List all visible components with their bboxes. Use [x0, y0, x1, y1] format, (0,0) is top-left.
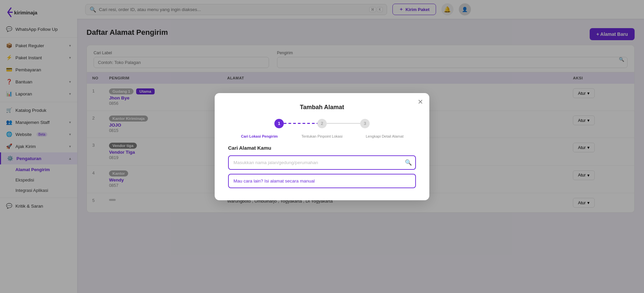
step-line-1: [284, 123, 317, 124]
step-3-num: 3: [364, 121, 366, 126]
manual-address-button[interactable]: Mau cara lain? Isi alamat secara manual: [228, 174, 416, 188]
stepper-labels: Cari Lokasi Pengirim Tentukan Pinpoint L…: [228, 134, 416, 138]
manual-btn-label: Mau cara lain? Isi alamat secara manual: [233, 178, 315, 184]
step-2-num: 2: [321, 121, 323, 126]
modal-search-wrap: 🔍: [228, 155, 416, 170]
modal-search-input[interactable]: [228, 155, 416, 170]
step-2-label: Tentukan Pinpoint Lokasi: [291, 134, 354, 138]
step-1-circle: 1: [274, 119, 284, 128]
modal-close-button[interactable]: ✕: [418, 98, 423, 105]
step-2-circle: 2: [317, 119, 327, 128]
step-3-label: Lengkapi Detail Alamat: [353, 134, 416, 138]
step-3-circle: 3: [360, 119, 370, 128]
modal-section-title: Cari Alamat Kamu: [228, 145, 416, 151]
modal-title: Tambah Alamat: [228, 104, 416, 111]
step-1-num: 1: [278, 121, 280, 126]
tambah-alamat-modal: ✕ Tambah Alamat 1 2 3 Cari Lokasi Pengir…: [215, 93, 429, 200]
modal-overlay: ✕ Tambah Alamat 1 2 3 Cari Lokasi Pengir…: [0, 0, 644, 293]
step-line-2: [327, 123, 360, 124]
modal-search-icon: 🔍: [405, 159, 412, 166]
step-1-label: Cari Lokasi Pengirim: [228, 134, 291, 138]
stepper: 1 2 3: [228, 119, 416, 128]
